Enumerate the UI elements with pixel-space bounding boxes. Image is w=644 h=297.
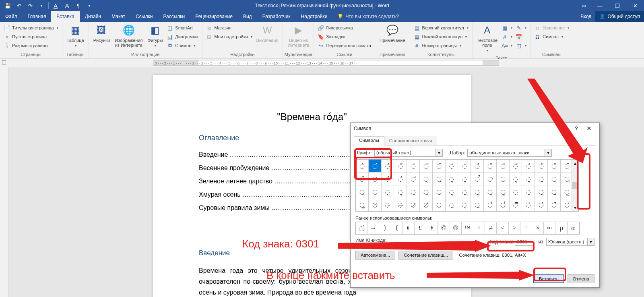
char-cell[interactable]: ◌̖ [420,172,433,185]
char-cell[interactable]: ◌̹ [433,198,446,211]
char-cell[interactable]: ◌̕ [407,172,420,185]
char-cell[interactable]: ◌̯ [522,185,535,198]
char-cell[interactable]: ◌̒ [369,172,382,185]
recent-char[interactable]: ∞ [544,222,555,234]
comment-button[interactable]: 💬 Примечание [377,23,408,44]
textbox-button[interactable]: A Текстовое поле▾ [475,23,500,54]
char-cell[interactable]: ◌̈ [458,160,471,172]
char-cell[interactable]: ◌̟ [535,172,548,185]
char-cell[interactable]: ◌̙ [458,172,471,185]
recent-char[interactable]: ≥ [509,222,520,234]
char-cell[interactable]: ◌̌ [510,160,522,172]
char-cell[interactable]: ◌̄ [407,160,420,172]
maximize-button[interactable]: ❐ [609,0,626,11]
char-cell[interactable]: ◌̫ [471,185,484,198]
symbol-button[interactable]: ΩСимвол▾ [534,33,569,41]
char-cell[interactable]: ◌̬ [484,185,497,198]
char-cell[interactable]: ◌̃ [394,160,407,172]
char-cell[interactable]: ◌̧ [420,185,433,198]
ruler-vertical[interactable] [0,67,9,297]
char-cell[interactable]: ◌̛ [484,172,497,185]
footer-button[interactable]: ▤Нижний колонтитул▾ [414,33,469,41]
char-cell[interactable]: ◌̆ [433,160,446,172]
undo-icon[interactable]: ↶ [14,1,24,10]
char-cell[interactable]: ◌̭ [497,185,510,198]
char-cell[interactable]: ◌̼ [471,198,484,211]
char-cell[interactable]: ◌̉ [471,160,484,172]
qat-dropdown-icon[interactable]: ▾ [36,1,47,10]
char-code-input[interactable]: 0301 [515,238,534,246]
chart-button[interactable]: 📊Диаграмма [167,33,198,41]
ruler-horizontal[interactable]: 3 · · · 2 · · · 1 · · · · · · 1 · · · 2 … [0,59,644,67]
page-break-button[interactable]: ⤵Разрыв страницы [4,42,58,50]
char-cell[interactable]: ◌̋ [497,160,510,172]
char-cell[interactable]: ◌̜ [497,172,510,185]
page-number-button[interactable]: #Номер страницы▾ [414,42,469,50]
recent-char[interactable]: £ [415,222,426,234]
char-cell[interactable]: ◌̊ [484,160,497,172]
char-cell[interactable]: ◌̳ [356,198,369,211]
recent-char[interactable]: } [379,222,391,234]
char-cell[interactable]: ◌̾ [497,198,510,211]
recent-char[interactable]: { [391,222,403,234]
char-cell[interactable]: ◌̩ [446,185,458,198]
screenshot-button[interactable]: ⧉Снимок▾ [167,42,198,50]
from-combo[interactable]: Юникод (шестн.)▾ [546,238,594,246]
toc-item[interactable]: Зеленое летнее царство [199,178,272,185]
char-cell[interactable]: ◌̤ [382,185,394,198]
tab-design[interactable]: Дизайн [80,11,106,22]
tab-references[interactable]: Ссылки [130,11,158,22]
char-cell[interactable]: ◌̰ [535,185,548,198]
header-button[interactable]: ▤Верхний колонтитул▾ [414,24,469,32]
char-cell[interactable]: ◌̸ [420,198,433,211]
char-cell[interactable]: ◌̂ [382,160,394,172]
char-cell[interactable]: ◌̗ [433,172,446,185]
recent-char[interactable]: ® [450,222,462,234]
hyperlink-button[interactable]: 🔗Гиперссылка [318,24,371,32]
datetime-button[interactable]: 📅 [516,33,526,41]
signin-button[interactable]: Вход [576,11,595,22]
bookmark-button[interactable]: 🔖Закладка [318,33,371,41]
recent-char[interactable]: α [568,222,579,234]
char-cell[interactable]: ◌̣ [369,185,382,198]
char-cell[interactable]: ◌̽ [484,198,497,211]
char-cell[interactable]: ◌̘ [446,172,458,185]
cancel-button[interactable]: Отмена [568,274,594,283]
char-cell[interactable]: ◌̞ [522,172,535,185]
char-cell[interactable]: ◌̠ [548,172,561,185]
more-icon[interactable]: ▾ [84,1,95,10]
toc-item[interactable]: Весеннее пробуждение [199,164,269,171]
drop-cap-button[interactable]: A≡▾ [502,42,512,50]
shapes-button[interactable]: ◧ Фигуры▾ [145,23,165,49]
char-cell[interactable]: ◌̪ [458,185,471,198]
tab-developer[interactable]: Разработчик [257,11,296,22]
grid-scrollbar[interactable]: ▴ ▾ [572,160,578,211]
table-button[interactable]: ▦ Таблица▾ [64,23,87,49]
recent-char[interactable]: × [532,222,544,234]
quick-parts-button[interactable]: ▦▾ [502,24,512,32]
char-cell[interactable]: ◌̻ [458,198,471,211]
char-cell[interactable]: ◌̷ [407,198,420,211]
shortcut-button[interactable]: Сочетание клавиш... [398,251,453,260]
signature-button[interactable]: ✎▾ [516,24,526,32]
char-cell[interactable]: ◌̓ [382,172,394,185]
recent-char[interactable]: → [367,222,379,234]
recent-symbols-grid[interactable]: ◌́→}{€£¥©®™±≠≤≥÷×∞µα [355,222,580,235]
recent-char[interactable]: ± [473,222,485,234]
tab-selector[interactable] [2,60,6,64]
clear-format-icon[interactable]: A̶ [62,1,72,10]
recent-char[interactable]: ≠ [485,222,497,234]
wordart-button[interactable]: A▾ [502,33,512,41]
recent-char[interactable]: ™ [462,222,473,234]
recent-char[interactable]: ≤ [497,222,508,234]
share-button[interactable]: 👤 Общий доступ [595,11,644,22]
char-cell[interactable]: ◌̀ [522,198,535,211]
tell-me-search[interactable]: 💡 Что вы хотите сделать? [337,11,399,22]
recent-char[interactable]: € [403,222,415,234]
tab-review[interactable]: Рецензирование [190,11,238,22]
char-cell[interactable]: ◌̝ [510,172,522,185]
smartart-button[interactable]: ◫SmartArt [167,24,198,32]
font-combo[interactable]: (обычный текст)▾ [374,149,443,157]
tab-special-chars[interactable]: Специальные знаки [384,137,438,145]
char-cell[interactable]: ◌̀ [356,160,369,172]
